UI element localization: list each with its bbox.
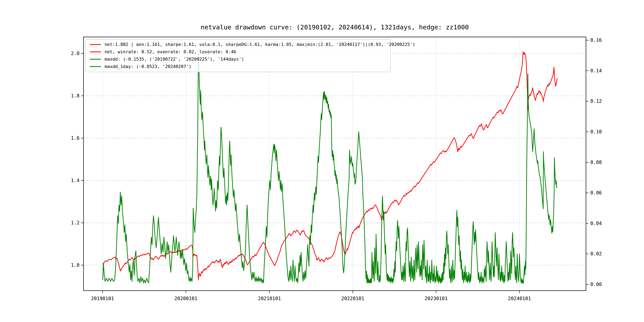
left-tick-label: 1.0 [71,262,80,268]
legend-box: net:1.882 | ann:1.161, sharpe:1.61, vola… [85,39,391,72]
left-tick-label: 1.6 [71,135,80,141]
legend-label: maxdd_1day: (-0.0523, '20240207') [104,64,192,69]
legend-label: net:1.882 | ann:1.161, sharpe:1.61, vola… [104,42,415,47]
legend-item-maxdd-1day: maxdd_1day: (-0.0523, '20240207') [86,63,390,70]
maxdd-1day-line-swatch [90,66,101,67]
x-tick-label: 20210101 [258,296,281,301]
right-tick-label: 0.10 [590,129,602,134]
right-tick-label: 0.00 [590,282,602,287]
legend-item-net-rates: net, winrate: 0.52, evenrate: 0.02, lose… [86,48,390,56]
left-tick-label: 1.2 [71,220,80,226]
right-tick-label: 0.08 [590,160,602,165]
right-tick-label: 0.06 [590,190,602,196]
x-tick-label: 20190101 [91,296,114,301]
net-curve [103,52,557,280]
right-tick-label: 0.02 [590,251,602,256]
right-tick-label: 0.16 [590,37,602,43]
net-line-swatch [90,52,101,52]
net-line-swatch [90,44,101,45]
legend-label: net, winrate: 0.52, evenrate: 0.02, lose… [104,49,236,54]
x-tick-label: 20230101 [424,296,448,301]
figure-root: netvalue drawdown curve: (20190102, 2024… [0,0,644,322]
x-tick-label: 20200101 [174,296,197,301]
x-tick-label: 20220101 [341,296,364,301]
right-tick-label: 0.12 [590,98,602,104]
legend-item-net-stats: net:1.882 | ann:1.161, sharpe:1.61, vola… [86,41,390,48]
maxdd-line-swatch [90,59,101,60]
right-tick-label: 0.04 [590,221,602,226]
left-tick-label: 1.4 [71,178,80,183]
right-tick-label: 0.14 [590,68,602,74]
legend-label: maxdd: (-0.1535, ('20190722', '20200225'… [104,57,244,62]
legend-item-maxdd: maxdd: (-0.1535, ('20190722', '20200225'… [86,56,390,63]
left-tick-label: 2.0 [71,51,80,56]
maxdd-curve [103,50,557,284]
left-tick-label: 1.8 [71,93,80,98]
x-tick-label: 20240101 [508,296,531,301]
